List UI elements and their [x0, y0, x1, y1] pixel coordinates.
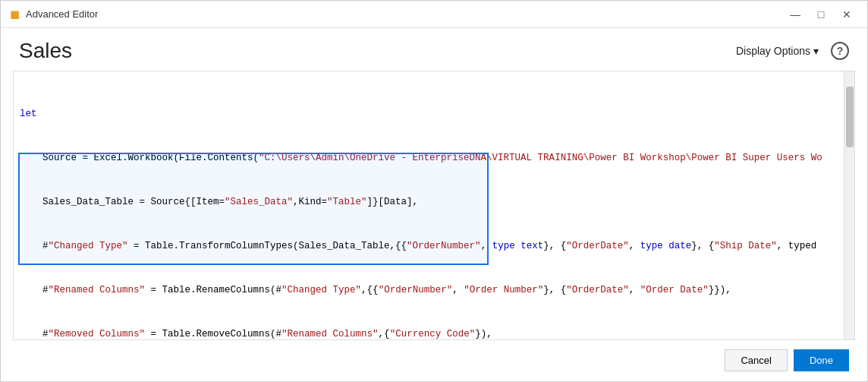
code-editor: let Source = Excel.Workbook(File.Content… [13, 71, 855, 340]
window-controls: — □ ✕ [784, 7, 858, 22]
title-bar: ◼ Advanced Editor — □ ✕ [1, 1, 867, 28]
done-button[interactable]: Done [794, 349, 849, 371]
code-line: #"Renamed Columns" = Table.RenameColumns… [14, 283, 844, 298]
code-content: let Source = Excel.Workbook(File.Content… [14, 71, 844, 339]
vertical-scrollbar[interactable] [844, 71, 854, 339]
maximize-button[interactable]: □ [810, 7, 832, 22]
display-options-button[interactable]: Display Options ▾ [730, 42, 825, 60]
close-button[interactable]: ✕ [835, 7, 858, 22]
chevron-down-icon: ▾ [813, 45, 819, 57]
help-button[interactable]: ? [831, 42, 849, 60]
header: Sales Display Options ▾ ? [1, 28, 867, 71]
app-icon: ◼ [10, 7, 20, 21]
code-line: let [14, 107, 844, 122]
footer: Cancel Done [1, 340, 867, 380]
code-line: Sales_Data_Table = Source{[Item="Sales_D… [14, 195, 844, 210]
page-title: Sales [19, 39, 72, 63]
title-bar-text: Advanced Editor [26, 8, 98, 20]
code-area[interactable]: let Source = Excel.Workbook(File.Content… [14, 71, 844, 339]
minimize-button[interactable]: — [784, 7, 807, 22]
scrollbar-thumb[interactable] [846, 87, 854, 147]
code-line: #"Removed Columns" = Table.RemoveColumns… [14, 327, 844, 339]
header-actions: Display Options ▾ ? [730, 42, 849, 60]
code-line: #"Changed Type" = Table.TransformColumnT… [14, 239, 844, 254]
cancel-button[interactable]: Cancel [725, 349, 787, 371]
code-line: Source = Excel.Workbook(File.Contents("C… [14, 151, 844, 166]
